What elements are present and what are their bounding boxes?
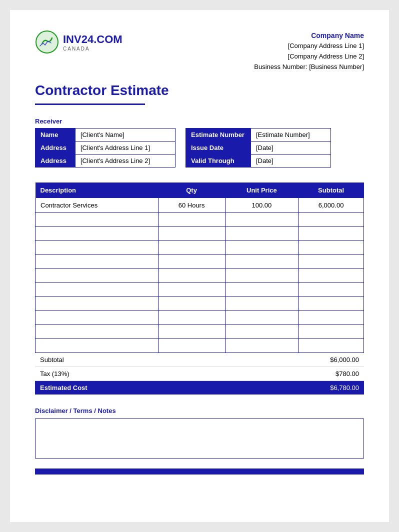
title-underline xyxy=(35,104,145,105)
table-row: Contractor Services 60 Hours 100.00 6,00… xyxy=(36,198,364,213)
qty-cell xyxy=(158,226,225,240)
client-address2-label: Address xyxy=(36,154,76,167)
client-name-value: [Client's Name] xyxy=(76,128,176,141)
company-address2: [Company Address Line 2] xyxy=(254,52,364,62)
qty-cell xyxy=(158,324,225,338)
col-subtotal: Subtotal xyxy=(298,182,364,198)
price-cell xyxy=(225,268,298,282)
table-header-row: Description Qty Unit Price Subtotal xyxy=(36,182,364,198)
document-page: INV24.COM CANADA Company Name [Company A… xyxy=(10,10,389,522)
qty-cell xyxy=(158,282,225,296)
valid-through-value: [Date] xyxy=(251,154,331,167)
logo-area: INV24.COM CANADA xyxy=(35,30,122,54)
desc-cell xyxy=(36,296,158,310)
table-row xyxy=(36,338,364,352)
subtotal-cell xyxy=(298,226,364,240)
qty-cell xyxy=(158,268,225,282)
estimate-number-label: Estimate Number xyxy=(186,128,251,141)
desc-cell xyxy=(36,268,158,282)
subtotal-cell xyxy=(298,212,364,226)
tax-label: Tax (13%) xyxy=(35,366,298,380)
table-row xyxy=(36,324,364,338)
price-cell xyxy=(225,324,298,338)
logo-icon xyxy=(35,30,59,54)
estimate-table: Estimate Number [Estimate Number] Issue … xyxy=(186,128,331,168)
subtotal-cell: 6,000.00 xyxy=(298,198,364,213)
client-address2-value: [Client's Address Line 2] xyxy=(76,154,176,167)
issue-date-label: Issue Date xyxy=(186,141,251,154)
subtotal-row: Subtotal $6,000.00 xyxy=(35,353,364,367)
disclaimer-label: Disclaimer / Terms / Notes xyxy=(35,407,364,414)
info-tables: Name [Client's Name] Address [Client's A… xyxy=(35,128,364,168)
header: INV24.COM CANADA Company Name [Company A… xyxy=(35,30,364,72)
price-cell xyxy=(225,226,298,240)
desc-cell xyxy=(36,324,158,338)
estimate-number-value: [Estimate Number] xyxy=(251,128,331,141)
document-title: Contractor Estimate xyxy=(35,82,364,98)
table-row: Address [Client's Address Line 2] xyxy=(36,154,176,167)
subtotal-cell xyxy=(298,268,364,282)
subtotal-cell xyxy=(298,338,364,352)
price-cell xyxy=(225,310,298,324)
desc-cell xyxy=(36,282,158,296)
subtotal-cell xyxy=(298,296,364,310)
subtotal-value: $6,000.00 xyxy=(298,353,364,367)
subtotal-cell xyxy=(298,310,364,324)
price-cell xyxy=(225,282,298,296)
tax-value: $780.00 xyxy=(298,366,364,380)
col-description: Description xyxy=(36,182,158,198)
qty-cell xyxy=(158,240,225,254)
table-row xyxy=(36,282,364,296)
subtotal-label: Subtotal xyxy=(35,353,298,367)
desc-cell xyxy=(36,240,158,254)
logo-country: CANADA xyxy=(63,46,122,52)
footer-bar xyxy=(35,468,364,474)
table-row: Estimate Number [Estimate Number] xyxy=(186,128,331,141)
qty-cell xyxy=(158,254,225,268)
total-value: $6,780.00 xyxy=(298,380,364,394)
subtotal-cell xyxy=(298,240,364,254)
table-row: Name [Client's Name] xyxy=(36,128,176,141)
client-address1-value: [Client's Address Line 1] xyxy=(76,141,176,154)
qty-cell xyxy=(158,338,225,352)
client-address1-label: Address xyxy=(36,141,76,154)
price-cell xyxy=(225,296,298,310)
qty-cell xyxy=(158,310,225,324)
price-cell: 100.00 xyxy=(225,198,298,213)
desc-cell xyxy=(36,338,158,352)
subtotal-cell xyxy=(298,282,364,296)
desc-cell xyxy=(36,310,158,324)
issue-date-value: [Date] xyxy=(251,141,331,154)
desc-cell xyxy=(36,226,158,240)
company-address1: [Company Address Line 1] xyxy=(254,41,364,52)
table-row: Address [Client's Address Line 1] xyxy=(36,141,176,154)
summary-table: Subtotal $6,000.00 Tax (13%) $780.00 Est… xyxy=(35,353,364,394)
valid-through-label: Valid Through xyxy=(186,154,251,167)
company-name: Company Name xyxy=(254,30,364,41)
table-row: Valid Through [Date] xyxy=(186,154,331,167)
price-cell xyxy=(225,212,298,226)
table-row xyxy=(36,240,364,254)
disclaimer-box xyxy=(35,418,364,458)
desc-cell xyxy=(36,212,158,226)
col-unit-price: Unit Price xyxy=(225,182,298,198)
table-row xyxy=(36,296,364,310)
total-row: Estimated Cost $6,780.00 xyxy=(35,380,364,394)
price-cell xyxy=(225,240,298,254)
client-table: Name [Client's Name] Address [Client's A… xyxy=(35,128,176,168)
subtotal-cell xyxy=(298,324,364,338)
table-row: Issue Date [Date] xyxy=(186,141,331,154)
qty-cell xyxy=(158,296,225,310)
client-name-label: Name xyxy=(36,128,76,141)
company-info: Company Name [Company Address Line 1] [C… xyxy=(254,30,364,72)
table-row xyxy=(36,310,364,324)
tax-row: Tax (13%) $780.00 xyxy=(35,366,364,380)
total-label: Estimated Cost xyxy=(35,380,298,394)
receiver-label: Receiver xyxy=(35,118,364,125)
table-row xyxy=(36,254,364,268)
table-row xyxy=(36,212,364,226)
qty-cell: 60 Hours xyxy=(158,198,225,213)
table-row xyxy=(36,226,364,240)
col-qty: Qty xyxy=(158,182,225,198)
subtotal-cell xyxy=(298,254,364,268)
